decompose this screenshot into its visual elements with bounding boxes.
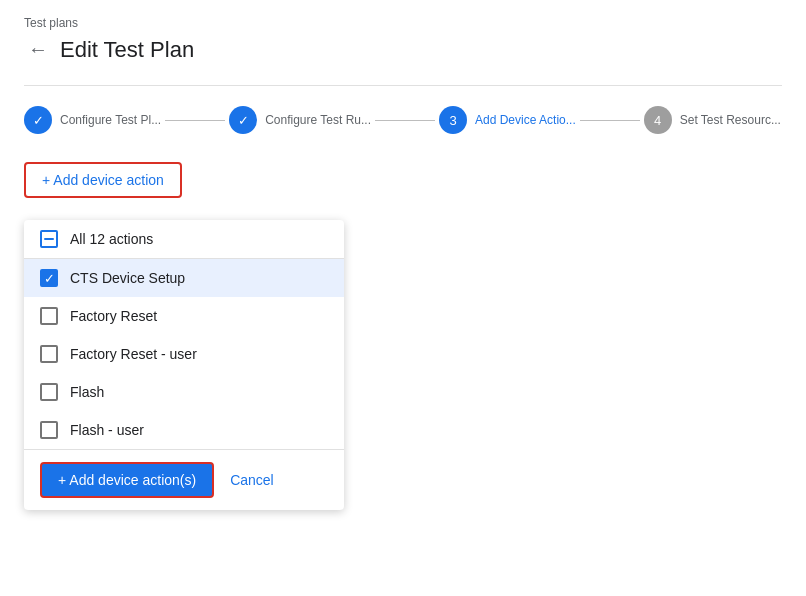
step-1-label: Configure Test Pl... — [60, 113, 161, 127]
add-action-btn-label: + Add device action — [42, 172, 164, 188]
dropdown-item-cts[interactable]: ✓ CTS Device Setup — [24, 259, 344, 297]
step-connector-2 — [375, 120, 435, 121]
step-4-label: Set Test Resourc... — [680, 113, 781, 127]
header-row: ← Edit Test Plan — [24, 34, 782, 65]
submit-btn-label: + Add device action(s) — [58, 472, 196, 488]
cts-checkbox[interactable]: ✓ — [40, 269, 58, 287]
stepper: ✓ Configure Test Pl... ✓ Configure Test … — [24, 106, 782, 134]
step-3: 3 Add Device Actio... — [439, 106, 576, 134]
dropdown-item-factory-reset[interactable]: Factory Reset — [24, 297, 344, 335]
cancel-btn-label: Cancel — [230, 472, 274, 488]
flash-label: Flash — [70, 384, 104, 400]
dropdown-list: All 12 actions ✓ CTS Device Setup Factor… — [24, 220, 344, 449]
back-button[interactable]: ← — [24, 34, 52, 65]
factory-reset-checkbox[interactable] — [40, 307, 58, 325]
step-2: ✓ Configure Test Ru... — [229, 106, 371, 134]
cts-check-icon: ✓ — [44, 272, 55, 285]
all-item-label: All 12 actions — [70, 231, 153, 247]
dropdown-item-flash-user[interactable]: Flash - user — [24, 411, 344, 449]
header-divider — [24, 85, 782, 86]
dropdown-item-flash[interactable]: Flash — [24, 373, 344, 411]
factory-reset-user-label: Factory Reset - user — [70, 346, 197, 362]
step-connector-1 — [165, 120, 225, 121]
submit-actions-button[interactable]: + Add device action(s) — [40, 462, 214, 498]
step-1-circle: ✓ — [24, 106, 52, 134]
step-3-number: 3 — [449, 113, 456, 128]
all-checkbox[interactable] — [40, 230, 58, 248]
step-1: ✓ Configure Test Pl... — [24, 106, 161, 134]
step-2-label: Configure Test Ru... — [265, 113, 371, 127]
page-title: Edit Test Plan — [60, 37, 194, 63]
dropdown-container: All 12 actions ✓ CTS Device Setup Factor… — [24, 220, 344, 510]
flash-user-checkbox[interactable] — [40, 421, 58, 439]
factory-reset-label: Factory Reset — [70, 308, 157, 324]
dropdown-footer: + Add device action(s) Cancel — [24, 449, 344, 510]
step-4: 4 Set Test Resourc... — [644, 106, 781, 134]
flash-checkbox[interactable] — [40, 383, 58, 401]
cancel-button[interactable]: Cancel — [230, 472, 274, 488]
flash-user-label: Flash - user — [70, 422, 144, 438]
step-1-check-icon: ✓ — [33, 113, 44, 128]
step-3-label: Add Device Actio... — [475, 113, 576, 127]
indeterminate-mark — [44, 238, 54, 240]
step-2-check-icon: ✓ — [238, 113, 249, 128]
dropdown-all-item[interactable]: All 12 actions — [24, 220, 344, 258]
cts-item-label: CTS Device Setup — [70, 270, 185, 286]
page-wrapper: Test plans ← Edit Test Plan ✓ Configure … — [0, 0, 806, 596]
step-4-number: 4 — [654, 113, 661, 128]
step-4-circle: 4 — [644, 106, 672, 134]
step-2-circle: ✓ — [229, 106, 257, 134]
breadcrumb: Test plans — [24, 16, 782, 30]
add-device-action-button[interactable]: + Add device action — [24, 162, 182, 198]
dropdown-item-factory-reset-user[interactable]: Factory Reset - user — [24, 335, 344, 373]
step-3-circle: 3 — [439, 106, 467, 134]
factory-reset-user-checkbox[interactable] — [40, 345, 58, 363]
step-connector-3 — [580, 120, 640, 121]
